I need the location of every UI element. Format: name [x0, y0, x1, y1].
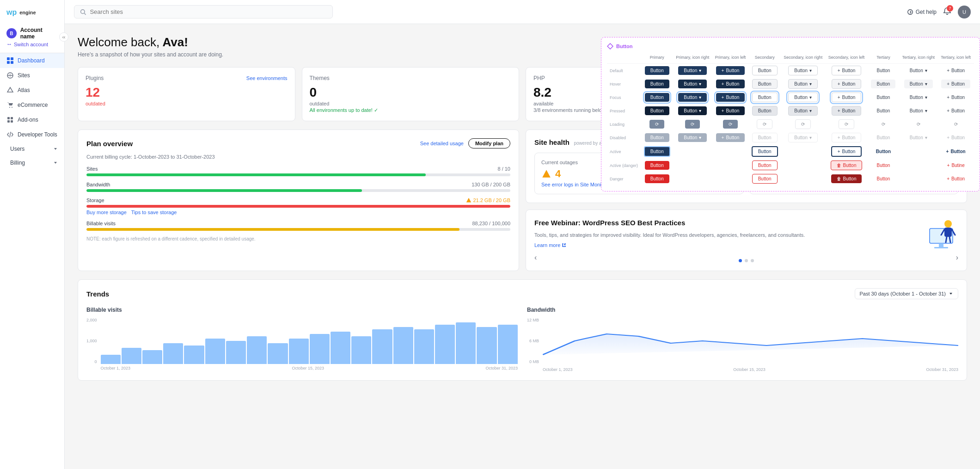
- primary-focus[interactable]: Button: [645, 93, 669, 102]
- secondary-hover[interactable]: Button: [752, 79, 778, 89]
- sidebar-item-ecommerce[interactable]: eCommerce: [0, 98, 64, 112]
- tertiary-icon-right-hover[interactable]: Button ▾: [904, 80, 933, 88]
- bar: [142, 350, 162, 364]
- svg-point-8: [12, 107, 12, 108]
- tertiary-loading[interactable]: ⟳: [876, 120, 891, 129]
- addons-icon: [6, 116, 14, 123]
- sidebar-collapse-button[interactable]: ‹‹: [59, 32, 68, 42]
- primary-icon-right-hover[interactable]: Button ▾: [678, 80, 707, 88]
- secondary-active[interactable]: Button: [752, 146, 778, 157]
- save-storage-link[interactable]: Tips to save storage: [131, 210, 177, 215]
- primary-icon-right-focus[interactable]: Button ▾: [678, 93, 707, 102]
- secondary-icon-right-default[interactable]: Button ▾: [788, 66, 818, 75]
- search-input[interactable]: [90, 8, 327, 15]
- primary-danger[interactable]: Button: [645, 174, 669, 183]
- primary-icon-left-focus[interactable]: + Button: [716, 93, 745, 102]
- tertiary-danger-active[interactable]: Button: [871, 161, 895, 170]
- primary-icon-left-hover[interactable]: + Button: [716, 80, 745, 88]
- tertiary-active[interactable]: Button: [870, 147, 896, 156]
- tertiary-icon-right-focus[interactable]: Button ▾: [904, 93, 933, 102]
- tertiary-icon-left-hover[interactable]: + Button: [941, 80, 970, 88]
- trends-period-select[interactable]: Past 30 days (October 1 - October 31): [855, 288, 958, 299]
- secondary-pressed[interactable]: Button: [752, 106, 778, 116]
- get-help-button[interactable]: Get help: [907, 9, 937, 15]
- secondary-icon-left-loading[interactable]: ⟳: [839, 119, 854, 129]
- search-bar[interactable]: [74, 5, 333, 19]
- atlas-icon: [6, 86, 14, 94]
- dot-2[interactable]: [745, 259, 748, 262]
- webinar-card: Free Webinar: WordPress SEO Best Practic…: [526, 210, 967, 271]
- tertiary-icon-right-pressed[interactable]: Button ▾: [904, 106, 933, 115]
- tertiary-icon-left-pressed[interactable]: + Button: [941, 106, 970, 115]
- secondary-icon-left-pressed[interactable]: + Button: [832, 106, 862, 116]
- secondary-loading[interactable]: ⟳: [757, 119, 772, 129]
- tertiary-icon-left-danger[interactable]: + Butine: [942, 161, 970, 170]
- dot-1[interactable]: [739, 259, 742, 262]
- tertiary-pressed[interactable]: Button: [871, 106, 895, 115]
- sidebar-item-billing[interactable]: Billing: [0, 156, 64, 170]
- plugins-link[interactable]: See environments: [246, 75, 288, 81]
- tertiary-icon-left-focus[interactable]: + Button: [941, 93, 970, 102]
- secondary-icon-right-pressed[interactable]: Button ▾: [788, 106, 818, 116]
- sidebar-item-users[interactable]: Users: [0, 142, 64, 156]
- sidebar-item-devtools[interactable]: Developer Tools: [0, 127, 64, 142]
- carousel-next[interactable]: ›: [956, 253, 958, 262]
- svg-rect-21: [939, 243, 943, 247]
- webinar-link[interactable]: Learn more: [534, 242, 810, 248]
- sidebar-item-atlas[interactable]: Atlas: [0, 83, 64, 98]
- tertiary-icon-right-loading[interactable]: ⟳: [911, 120, 926, 129]
- switch-account-button[interactable]: Switch account: [6, 42, 58, 47]
- secondary-danger-filled[interactable]: 🗑 Button: [831, 174, 862, 183]
- primary-icon-right-pressed[interactable]: Button ▾: [678, 106, 707, 115]
- themes-card: Themes 0 outdated All environments up to…: [302, 67, 520, 121]
- tertiary-icon-left-loading[interactable]: ⟳: [949, 120, 963, 129]
- primary-pressed[interactable]: Button: [645, 106, 669, 115]
- user-avatar[interactable]: U: [958, 6, 971, 19]
- secondary-icon-right-loading[interactable]: ⟳: [795, 119, 811, 129]
- dot-3[interactable]: [751, 259, 754, 262]
- sidebar-item-addons[interactable]: Add-ons: [0, 112, 64, 127]
- bar: [163, 343, 183, 364]
- svg-rect-11: [7, 120, 10, 123]
- tertiary-focus[interactable]: Button: [871, 93, 895, 102]
- carousel-prev[interactable]: ‹: [534, 253, 537, 262]
- buy-storage-link[interactable]: Buy more storage: [86, 210, 127, 215]
- primary-danger-active[interactable]: Button: [645, 161, 669, 170]
- tertiary-icon-left-disabled: + Button: [941, 133, 970, 142]
- secondary-icon-left-hover[interactable]: + Button: [832, 79, 862, 89]
- secondary-icon-left-focus[interactable]: + Button: [832, 93, 862, 102]
- secondary-icon-right-focus[interactable]: Button ▾: [788, 93, 818, 102]
- primary-icon-right-loading[interactable]: ⟳: [685, 120, 700, 129]
- primary-icon-left-default[interactable]: + Button: [716, 66, 745, 75]
- primary-icon-left-pressed[interactable]: + Button: [716, 106, 745, 115]
- tertiary-danger[interactable]: Button: [871, 174, 895, 183]
- secondary-danger[interactable]: Button: [752, 174, 778, 184]
- secondary-icon-right-hover[interactable]: Button ▾: [788, 79, 818, 89]
- primary-default[interactable]: Button: [645, 66, 669, 75]
- sidebar-item-dashboard[interactable]: Dashboard: [0, 53, 64, 68]
- modify-plan-button[interactable]: Modify plan: [468, 138, 510, 148]
- tertiary-icon-right-default[interactable]: Button ▾: [904, 66, 933, 75]
- table-row: Focus Button Button ▾ + Button Button Bu…: [607, 91, 974, 104]
- primary-loading[interactable]: ⟳: [649, 120, 664, 129]
- tertiary-hover[interactable]: Button: [871, 80, 895, 88]
- tertiary-icon-left-active[interactable]: + Button: [941, 147, 971, 156]
- tertiary-default[interactable]: Button: [871, 66, 895, 75]
- tertiary-icon-left-danger-2[interactable]: + Button: [941, 174, 970, 183]
- notifications-button[interactable]: 7: [943, 7, 951, 17]
- primary-active[interactable]: Button: [644, 146, 670, 157]
- secondary-icon-left-active[interactable]: + Button: [831, 146, 862, 157]
- svg-line-27: [946, 237, 947, 242]
- secondary-icon-left-default[interactable]: + Button: [832, 66, 862, 75]
- plan-detail-link[interactable]: See detailed usage: [420, 141, 464, 146]
- secondary-danger-active[interactable]: Button: [752, 160, 778, 170]
- secondary-focus[interactable]: Button: [752, 93, 778, 102]
- primary-icon-right-default[interactable]: Button ▾: [678, 66, 707, 75]
- primary-icon-left-loading[interactable]: ⟳: [723, 120, 738, 129]
- primary-hover[interactable]: Button: [645, 80, 669, 88]
- tertiary-icon-left-default[interactable]: + Button: [941, 66, 970, 75]
- y-axis-labels-bw: 12 MB 6 MB 0 MB: [527, 318, 541, 364]
- sidebar-item-sites[interactable]: Sites: [0, 68, 64, 83]
- secondary-default[interactable]: Button: [752, 66, 778, 75]
- secondary-danger-active-2[interactable]: 🗑 Button: [831, 160, 863, 170]
